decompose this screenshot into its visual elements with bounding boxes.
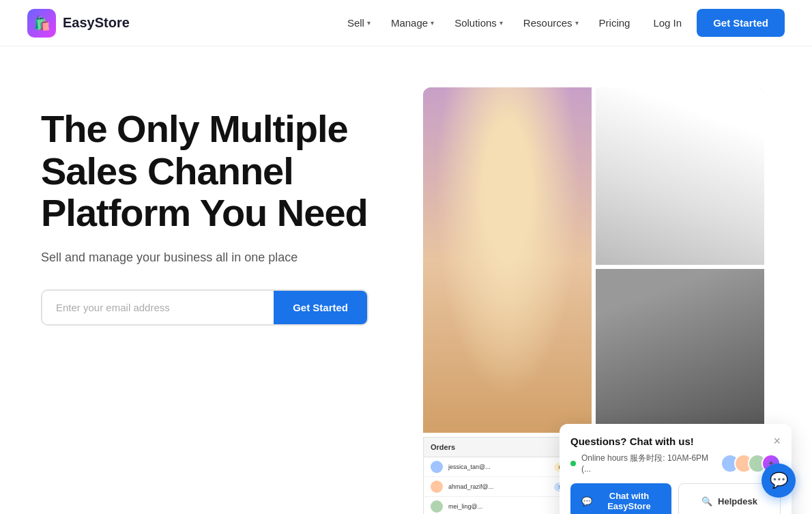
nav-links: Sell ▾ Manage ▾ Solutions ▾ Resources ▾ …: [339, 9, 785, 37]
svg-rect-54: [643, 347, 714, 349]
navbar: 🛍️ EasyStore Sell ▾ Manage ▾ Solutions ▾…: [0, 0, 812, 46]
email-input[interactable]: [42, 291, 274, 324]
svg-rect-27: [691, 139, 711, 156]
logo-icon: 🛍️: [27, 9, 56, 38]
svg-rect-45: [651, 375, 706, 409]
online-status-dot: [570, 461, 576, 466]
svg-rect-44: [633, 377, 723, 382]
svg-rect-25: [693, 119, 721, 125]
resources-chevron-icon: ▾: [575, 19, 579, 27]
nav-solutions[interactable]: Solutions ▾: [446, 12, 511, 34]
svg-rect-48: [654, 386, 691, 388]
brand-name: EasyStore: [63, 15, 130, 31]
search-icon: 🔍: [701, 496, 712, 506]
manage-chevron-icon: ▾: [431, 19, 434, 27]
svg-rect-14: [466, 248, 506, 251]
svg-point-49: [636, 387, 658, 418]
hero-image-woman: [423, 87, 592, 433]
nav-manage-label: Manage: [391, 17, 428, 29]
nav-pricing[interactable]: Pricing: [591, 12, 639, 34]
hero-title: The Only Multiple Sales Channel Platform…: [41, 108, 396, 234]
logo-link[interactable]: 🛍️ EasyStore: [27, 9, 130, 38]
svg-point-51: [675, 381, 688, 411]
avatar: [431, 481, 443, 493]
chat-buttons: 💬 Chat with EasyStore 🔍 Helpdesk: [570, 483, 781, 514]
svg-text:CREDIT CARD: CREDIT CARD: [617, 190, 660, 200]
svg-rect-18: [596, 87, 764, 265]
sell-chevron-icon: ▾: [367, 19, 371, 27]
svg-point-17: [496, 154, 502, 161]
svg-rect-47: [654, 382, 702, 384]
svg-rect-22: [685, 107, 747, 217]
svg-rect-26: [693, 128, 731, 130]
chat-widget: Questions? Chat with us! × Online hours …: [560, 424, 792, 514]
svg-rect-1: [423, 87, 592, 433]
hero-form: Get Started: [41, 289, 368, 326]
svg-rect-10: [458, 233, 525, 280]
float-chat-icon: 💬: [770, 472, 788, 489]
hero-image-card: CREDIT CARD: [596, 87, 764, 265]
svg-point-6: [470, 125, 517, 179]
svg-rect-11: [461, 235, 523, 277]
svg-rect-41: [626, 313, 730, 403]
chat-status-text: Online hours 服务时段: 10AM-6PM (...: [581, 453, 715, 474]
hero-section: The Only Multiple Sales Channel Platform…: [0, 46, 812, 514]
svg-rect-3: [531, 142, 551, 223]
svg-point-16: [487, 154, 492, 161]
svg-rect-29: [691, 159, 711, 176]
chat-bubble-icon: 💬: [581, 496, 592, 506]
solutions-chevron-icon: ▾: [499, 19, 503, 27]
nav-sell[interactable]: Sell ▾: [339, 12, 379, 34]
avatar: [431, 500, 443, 513]
svg-text:EasyStore: EasyStore: [658, 337, 690, 344]
svg-rect-24: [691, 115, 742, 136]
close-icon[interactable]: ×: [773, 435, 781, 447]
nav-sell-label: Sell: [347, 17, 364, 29]
svg-point-20: [739, 102, 755, 119]
hero-left: The Only Multiple Sales Channel Platform…: [41, 87, 396, 326]
svg-rect-43: [636, 319, 720, 373]
svg-rect-0: [423, 87, 592, 433]
nav-cta-button[interactable]: Get Started: [697, 9, 785, 37]
svg-point-52: [689, 384, 706, 414]
float-chat-button[interactable]: 💬: [762, 463, 796, 498]
svg-rect-32: [611, 158, 699, 214]
nav-resources[interactable]: Resources ▾: [515, 12, 587, 34]
svg-rect-38: [596, 269, 764, 433]
svg-point-8: [474, 119, 514, 146]
svg-rect-5: [541, 145, 558, 213]
chat-header: Questions? Chat with us! ×: [570, 435, 781, 447]
chat-status: Online hours 服务时段: 10AM-6PM (... ✦: [570, 453, 781, 474]
hero-image-pos: EasyStore: [596, 269, 764, 433]
svg-point-19: [723, 90, 744, 111]
svg-rect-23: [688, 113, 744, 212]
svg-point-50: [655, 382, 674, 414]
chat-with-easystore-button[interactable]: 💬 Chat with EasyStore: [570, 483, 671, 514]
svg-rect-56: [643, 356, 705, 358]
svg-point-36: [636, 194, 658, 248]
nav-resources-label: Resources: [523, 17, 572, 29]
nav-solutions-label: Solutions: [454, 17, 497, 29]
svg-rect-15: [466, 253, 499, 256]
svg-rect-9: [472, 140, 516, 145]
nav-manage[interactable]: Manage ▾: [383, 12, 442, 34]
svg-point-7: [469, 119, 518, 157]
svg-rect-13: [466, 241, 493, 245]
avatar: [431, 461, 443, 473]
svg-rect-28: [714, 139, 738, 156]
svg-rect-33: [614, 169, 643, 190]
svg-rect-40: [623, 310, 733, 406]
svg-rect-39: [596, 358, 764, 433]
svg-rect-55: [643, 351, 698, 352]
svg-rect-12: [463, 238, 520, 266]
hero-subtitle: Sell and manage your business all in one…: [41, 251, 396, 265]
svg-point-35: [615, 195, 646, 253]
logo-emoji: 🛍️: [33, 15, 50, 31]
chat-title: Questions? Chat with us!: [570, 436, 694, 447]
hero-cta-button[interactable]: Get Started: [274, 291, 367, 324]
svg-rect-30: [714, 159, 738, 176]
svg-rect-42: [633, 317, 723, 375]
nav-login[interactable]: Log In: [642, 12, 693, 34]
svg-rect-31: [607, 152, 701, 214]
svg-rect-4: [558, 142, 579, 216]
